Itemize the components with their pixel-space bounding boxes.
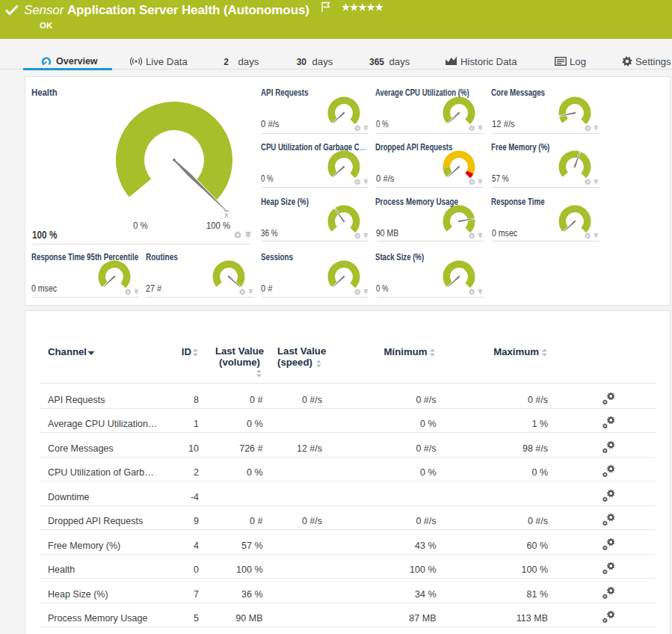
svg-text:x: x (225, 211, 229, 219)
